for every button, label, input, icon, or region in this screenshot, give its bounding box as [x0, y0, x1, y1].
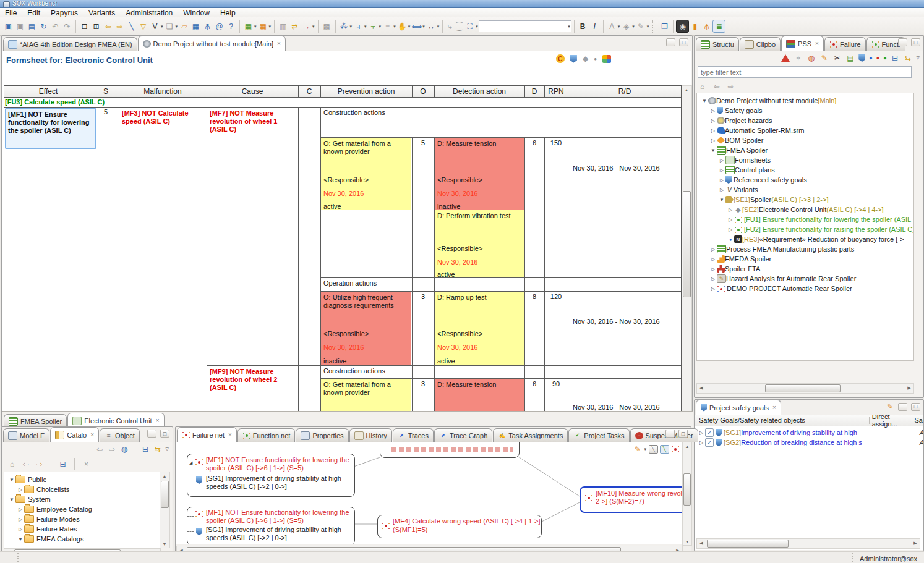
expander-icon[interactable]: ◢ [189, 459, 192, 467]
marker-small-button[interactable]: ⁐ [455, 20, 464, 32]
collapse-all-icon[interactable]: ⊟ [141, 444, 150, 455]
bom-perspective-button[interactable]: ⫛ [701, 20, 712, 32]
link-editor-icon[interactable]: ⇆ [153, 444, 163, 455]
tree-item-fmea-catalogs[interactable]: ▼FMEA Catalogs [4, 534, 160, 544]
fmea-perspective-button[interactable]: ≣ [712, 20, 725, 33]
close-tab-icon[interactable]: × [90, 431, 94, 438]
zoom-combo[interactable]: ▾ [479, 20, 571, 32]
dot-icon[interactable]: ● [594, 56, 597, 62]
link-editor-icon[interactable]: ⇆ [904, 52, 913, 64]
shield-icon[interactable] [858, 54, 865, 62]
detection-cell-b[interactable]: D: Perform vibration test <Responsible> … [435, 210, 524, 277]
refresh-button[interactable]: ↻ [38, 20, 49, 32]
col-header-detection[interactable]: Detection action [434, 85, 524, 97]
menu-help[interactable]: Help [220, 9, 236, 17]
chart-perspective-button[interactable]: ▮ [689, 20, 701, 32]
severity-cell[interactable]: 5 [93, 108, 119, 116]
tree-item-process-fmea[interactable]: ▷Process FMEA Manufacturing plastic part… [697, 244, 913, 254]
show-connections-button[interactable]: ╲ [660, 445, 669, 454]
copy-table-button[interactable]: ▩ [321, 20, 333, 32]
tab-aiag-fmea[interactable]: *AIAG 4th Edition Design FMEA (EN) [3, 37, 137, 51]
col-direct-assign[interactable]: Direct assign... [870, 415, 912, 428]
tree-item-system[interactable]: ▼System [4, 494, 160, 504]
tree-item-fmeda[interactable]: ▷FMEDA Spoiler [697, 254, 913, 264]
sync-button[interactable]: ⇄ [289, 20, 301, 32]
nav-forward-icon[interactable]: ⇨ [35, 459, 44, 470]
tree-item-hazard-analysis[interactable]: ▷✎Hazard Analysis for Automatic Rear Spo… [697, 274, 913, 284]
maximize-icon[interactable]: □ [678, 430, 688, 438]
tree-item-control-plans[interactable]: ▷Control plans [697, 165, 913, 175]
tree-item-formsheets[interactable]: ▷Formsheets [697, 155, 913, 165]
rd-cell-a[interactable]: Nov 30, 2016 - Nov 30, 2016 [568, 164, 682, 172]
close-tab-icon[interactable]: × [277, 40, 281, 47]
tree-item-referenced-safety-goals[interactable]: ▷Referenced safety goals [697, 175, 913, 185]
detectability-cell-d[interactable]: 6 [524, 379, 544, 387]
catalog-vscrollbar[interactable]: ▲ ▼ [160, 472, 170, 548]
tree-item-public[interactable]: ▼Public [4, 475, 160, 485]
occurrence-cell-d[interactable]: 3 [412, 379, 434, 387]
tab-history[interactable]: History [349, 428, 392, 442]
rpn-cell-d[interactable]: 90 [544, 379, 568, 387]
draw-line-button[interactable]: ╲ [126, 20, 137, 32]
pen-style-button[interactable]: ✎ [635, 20, 647, 32]
tab-demo-project[interactable]: Demo Project without test module[Main] × [138, 36, 286, 51]
menu-papyrus[interactable]: Papyrus [51, 9, 78, 17]
green-dot-icon[interactable]: ● [883, 55, 886, 61]
scroll-thumb[interactable] [161, 481, 169, 508]
back-icon[interactable]: ⇦ [95, 444, 105, 455]
menu-window[interactable]: Window [183, 9, 210, 17]
nav-back-icon[interactable]: ⇦ [712, 80, 721, 92]
effect-cell[interactable]: [MF1] NOT Ensure functionality for lower… [5, 108, 96, 149]
close-tab-icon[interactable]: × [772, 404, 776, 411]
italic-button[interactable]: I [589, 20, 601, 32]
expand-tree-button[interactable]: ⊞ [90, 20, 102, 32]
col-header-o[interactable]: O [412, 85, 434, 97]
paste-button[interactable]: ▥ [277, 20, 289, 32]
selection-handle[interactable] [187, 516, 194, 532]
home-icon[interactable]: ⌂ [7, 459, 17, 470]
rpn-cell-a[interactable]: 150 [544, 138, 568, 146]
delete-icon[interactable]: × [82, 459, 91, 470]
tasks-icon[interactable]: ▤ [845, 52, 855, 64]
tree-item-fu2[interactable]: ▷[FU2] Ensure functionality for raising … [697, 224, 913, 234]
tab-catalog[interactable]: Catalo× [50, 427, 99, 442]
scroll-down-icon[interactable]: ▼ [683, 538, 691, 545]
new-window-button[interactable]: ❒ [659, 20, 670, 32]
tab-project-tasks[interactable]: ✔Project Tasks [568, 428, 629, 442]
col-header-s[interactable]: S [93, 85, 119, 97]
tab-properties[interactable]: Properties [296, 428, 348, 442]
col-header-d[interactable]: D [524, 85, 544, 97]
cause-cell-mf7[interactable]: [MF7] NOT Measure revolution of wheel 1 … [210, 109, 296, 133]
prevention-cell-c[interactable]: O: Utilize high frequent diagnosis requi… [321, 292, 411, 365]
rd-cell-d[interactable]: Nov 30, 2016 - Nov 30, 2016 [568, 404, 682, 411]
help-button[interactable]: ? [225, 20, 237, 32]
org-layout-button[interactable]: ⫞ [353, 20, 364, 32]
tab-clipboard[interactable]: Clipbo [740, 37, 781, 51]
net-vscrollbar[interactable]: ▲ ▼ [682, 442, 692, 546]
tree-item-demo-project[interactable]: ▷DEMO PROJECT Automatic Rear Spoiler [697, 284, 913, 294]
hierarchy-button[interactable]: ⫚ [202, 20, 213, 32]
scroll-left-icon[interactable]: ◀ [697, 384, 706, 392]
tree-item-project-hazards[interactable]: ▷Project hazards [697, 116, 913, 125]
rd-cell-c[interactable]: Nov 30, 2016 - Nov 30, 2016 [568, 318, 682, 325]
tab-trace-graph[interactable]: ⬈Trace Graph [434, 428, 492, 442]
forward-button[interactable]: ⇨ [114, 20, 126, 32]
maximize-icon[interactable]: □ [911, 38, 920, 46]
color-grid-icon[interactable] [602, 55, 611, 63]
pss-hscrollbar[interactable]: ◀ ▶ [696, 383, 914, 394]
tab-suspect-marker[interactable]: −Suspect Marker [630, 428, 698, 442]
forward-icon[interactable]: ⇨ [108, 444, 117, 455]
tab-object[interactable]: ≣Object [100, 428, 140, 442]
align-button[interactable]: ≡ [382, 20, 393, 32]
scroll-thumb[interactable] [707, 540, 789, 548]
occurrence-cell-c[interactable]: 3 [412, 292, 434, 300]
mail-link-button[interactable]: @ [213, 20, 225, 32]
scroll-right-icon[interactable]: ▶ [905, 384, 913, 392]
select-frame-button[interactable]: ⛶ [464, 20, 476, 32]
group-construction-1[interactable]: Construction actions [320, 107, 682, 139]
tab-task-assignments[interactable]: ✍Task Assignments [493, 428, 568, 442]
edit-mode-icon[interactable]: ✎ [633, 443, 642, 455]
tab-failure[interactable]: Failure [824, 37, 866, 51]
safety-row-sg1[interactable]: ▷✓ [SG1] Improvement of driving stabilit… [695, 428, 923, 438]
col-header-rd[interactable]: R/D [568, 85, 682, 97]
